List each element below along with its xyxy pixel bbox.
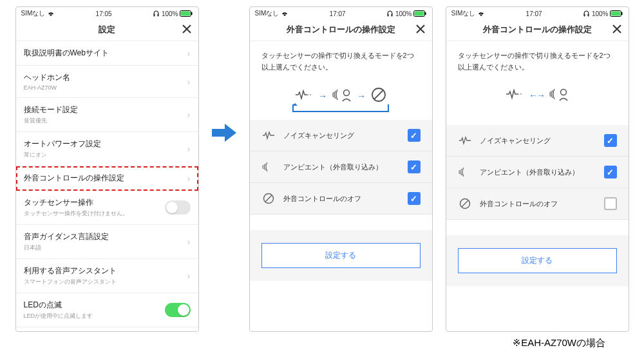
detail-screen-three: SIMなし 17:07 100% 外音コントロールの操作設定 タッチセンサーの操… <box>249 6 433 332</box>
svg-rect-1 <box>181 12 191 16</box>
ambient-icon <box>332 88 352 104</box>
row-manual[interactable]: 取扱説明書のWebサイト› <box>16 41 198 66</box>
screen-header: 外音コントロールの操作設定 <box>446 19 629 41</box>
row-headphone-name[interactable]: ヘッドホン名EAH-AZ70W› <box>16 66 198 98</box>
svg-rect-5 <box>425 12 426 15</box>
instruction-text: タッチセンサーの操作で切り換えるモードを2つ以上選んでください。 <box>250 41 432 78</box>
battery-percent: 100% <box>162 10 178 17</box>
ambient-icon <box>261 162 276 172</box>
set-button[interactable]: 設定する <box>458 248 617 273</box>
screen-header: 設定 <box>16 19 198 41</box>
page-title: 外音コントロールの操作設定 <box>483 24 592 35</box>
page-title: 外音コントロールの操作設定 <box>287 24 395 35</box>
screen-header: 外音コントロールの操作設定 <box>250 19 432 41</box>
chevron-right-icon: › <box>187 110 191 120</box>
flow-arrow-icon <box>212 122 236 143</box>
status-bar: SIMなし 17:07 100% <box>446 7 629 19</box>
row-led-blink[interactable]: LEDの点滅LEDが使用中に点滅します <box>16 293 198 327</box>
instruction-text: タッチセンサーの操作で切り換えるモードを2つ以上選んでください。 <box>446 41 629 78</box>
row-connection-mode[interactable]: 接続モード設定音質優先› <box>16 98 198 132</box>
sim-status: SIMなし <box>21 9 46 18</box>
options-list: ノイズキャンセリング アンビエント（外音取り込み） 外音コントロールのオフ <box>250 120 432 215</box>
touch-sensor-toggle[interactable] <box>165 200 191 215</box>
sim-status: SIMなし <box>451 9 476 18</box>
status-bar: SIMなし 17:07 100% <box>250 7 432 19</box>
wifi-icon <box>281 11 289 17</box>
row-touch-sensor[interactable]: タッチセンサー操作タッチセンサー操作を受け付けません。 <box>16 191 198 225</box>
chevron-right-icon: › <box>187 48 191 59</box>
close-icon[interactable] <box>182 24 192 34</box>
settings-list: 取扱説明書のWebサイト› ヘッドホン名EAH-AZ70W› 接続モード設定音質… <box>16 41 198 332</box>
svg-rect-2 <box>191 12 193 15</box>
detail-screen-two: SIMなし 17:07 100% 外音コントロールの操作設定 タッチセンサーの操… <box>446 6 629 332</box>
option-nc[interactable]: ノイズキャンセリング <box>446 125 629 157</box>
status-bar: SIMなし 17:05 100% <box>16 7 198 19</box>
close-icon[interactable] <box>612 24 622 34</box>
headphone-icon <box>153 10 160 17</box>
footer: 設定する <box>446 235 629 286</box>
off-icon <box>371 87 386 104</box>
ambient-icon <box>549 87 569 103</box>
nc-icon <box>261 131 276 140</box>
checkbox-checked[interactable] <box>604 166 617 179</box>
option-ambient[interactable]: アンビエント（外音取り込み） <box>446 157 629 188</box>
option-ambient[interactable]: アンビエント（外音取り込み） <box>250 151 432 183</box>
nc-icon <box>295 88 313 103</box>
headphone-icon <box>386 10 393 17</box>
wifi-icon <box>47 11 55 17</box>
arrow-right-icon: → <box>318 91 327 101</box>
battery-percent: 100% <box>395 10 412 17</box>
battery-icon <box>413 10 426 17</box>
row-switch-find[interactable]: ヘッドホンを切り換える/探す› <box>16 327 198 332</box>
settings-screen: SIMなし 17:05 100% 設定 取扱説明書のWebサイト› ヘッドホン名… <box>15 6 199 332</box>
close-icon[interactable] <box>415 24 426 34</box>
checkbox-checked[interactable] <box>604 134 617 147</box>
options-list: ノイズキャンセリング アンビエント（外音取り込み） 外音コントロールのオフ <box>446 125 629 220</box>
chevron-right-icon: › <box>187 77 191 87</box>
checkbox-checked[interactable] <box>408 192 421 205</box>
battery-percent: 100% <box>592 10 609 17</box>
headphone-icon <box>583 10 590 17</box>
status-time: 17:05 <box>96 10 112 17</box>
checkbox-checked[interactable] <box>408 129 421 142</box>
svg-rect-10 <box>611 12 621 16</box>
chevron-right-icon: › <box>187 237 191 247</box>
option-off[interactable]: 外音コントロールのオフ <box>446 188 629 220</box>
row-voice-language[interactable]: 音声ガイダンス言語設定日本語› <box>16 225 198 259</box>
nc-icon <box>458 136 472 145</box>
checkbox-unchecked[interactable] <box>604 197 617 210</box>
svg-rect-11 <box>621 12 623 15</box>
row-ambient-control[interactable]: 外音コントロールの操作設定› <box>16 166 198 191</box>
mode-diagram: → → <box>250 78 432 120</box>
status-time: 17:07 <box>526 10 542 17</box>
nc-icon <box>506 88 524 102</box>
set-button[interactable]: 設定する <box>261 243 421 268</box>
option-nc[interactable]: ノイズキャンセリング <box>250 120 432 151</box>
loop-arrow-icon <box>292 104 389 112</box>
ambient-icon <box>458 167 472 177</box>
battery-icon <box>180 10 193 17</box>
checkbox-checked[interactable] <box>408 160 421 173</box>
sim-status: SIMなし <box>255 9 279 18</box>
double-arrow-icon: ←→ <box>529 90 544 101</box>
off-icon <box>458 198 472 209</box>
chevron-right-icon: › <box>187 173 191 184</box>
chevron-right-icon: › <box>187 271 191 281</box>
led-toggle[interactable] <box>165 303 191 317</box>
chevron-right-icon: › <box>187 144 191 154</box>
row-voice-assistant[interactable]: 利用する音声アシスタントスマートフォンの音声アシスタント› <box>16 259 198 293</box>
status-time: 17:07 <box>330 10 346 17</box>
off-icon <box>261 193 276 204</box>
option-off[interactable]: 外音コントロールのオフ <box>250 183 432 215</box>
row-auto-poweroff[interactable]: オートパワーオフ設定常にオン› <box>16 132 198 166</box>
svg-point-12 <box>561 90 567 95</box>
wifi-icon <box>477 11 485 17</box>
page-title: 設定 <box>99 24 115 35</box>
arrow-right-icon: → <box>357 91 366 101</box>
svg-point-6 <box>344 90 350 96</box>
mode-diagram: ←→ <box>446 78 629 125</box>
svg-rect-4 <box>415 12 424 16</box>
battery-icon <box>610 10 623 17</box>
footer: 設定する <box>250 230 432 281</box>
footnote-text: ※EAH-AZ70Wの場合 <box>13 332 631 348</box>
